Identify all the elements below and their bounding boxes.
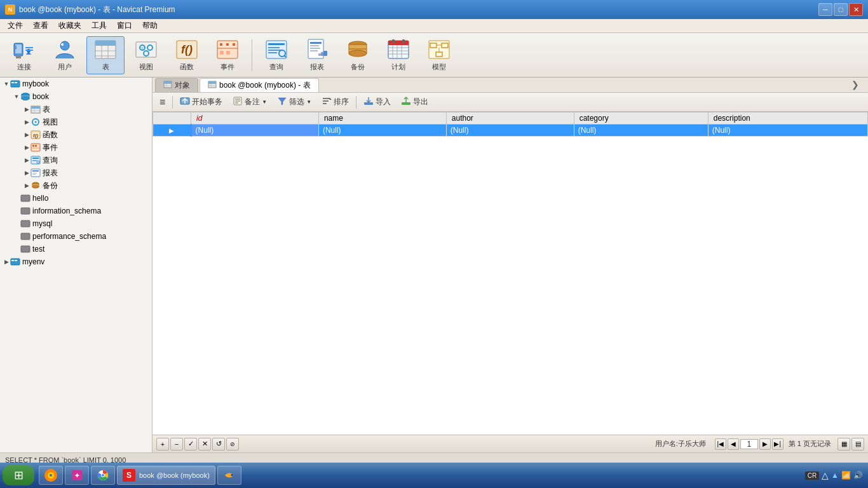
data-grid: id name author category description ▶ (N… (153, 112, 868, 435)
maximize-button[interactable]: □ (834, 3, 848, 16)
delete-record-button[interactable]: − (170, 438, 183, 451)
svg-point-125 (50, 474, 52, 477)
save-record-button[interactable]: ✓ (184, 438, 197, 451)
tool-user[interactable]: 用户 (46, 36, 84, 74)
tree-item-backups[interactable]: ▶ 备份 (0, 179, 152, 192)
svg-rect-97 (21, 208, 30, 214)
events-label: 事件 (43, 142, 58, 153)
event-label: 事件 (220, 62, 234, 72)
taskbar-app-chrome[interactable] (91, 466, 115, 485)
tree-item-mybook[interactable]: ▼ mybook (0, 78, 152, 90)
tree-item-information-schema[interactable]: information_schema (0, 205, 152, 217)
cell-name-1[interactable]: (Null) (318, 125, 446, 137)
close-button[interactable]: ✕ (849, 3, 863, 16)
svg-rect-68 (11, 82, 14, 83)
tray-up-icon[interactable]: △ (822, 470, 829, 480)
tree-item-mysql[interactable]: mysql (0, 217, 152, 230)
add-record-button[interactable]: + (156, 438, 169, 451)
taskbar-app-firefox[interactable] (39, 466, 63, 485)
refresh-button[interactable]: ↺ (212, 438, 225, 451)
tb-sort-btn[interactable]: 排序 (317, 95, 353, 110)
connect-icon: 👤 (13, 38, 36, 61)
tree-item-queries[interactable]: ▶ 查询 (0, 154, 152, 166)
tree-arrow-reports: ▶ (23, 169, 31, 177)
view-icon: OO (135, 38, 158, 61)
tb-import-btn[interactable]: 导入 (359, 95, 395, 110)
grid-view-button[interactable]: ▦ (837, 438, 850, 451)
tool-schedule[interactable]: 计划 (379, 36, 417, 74)
cell-description-1[interactable]: (Null) (708, 125, 867, 137)
tb-menu-btn[interactable]: ≡ (155, 95, 170, 110)
menu-tools[interactable]: 工具 (86, 19, 112, 32)
tab-right-button[interactable]: ❯ (848, 77, 863, 92)
taskbar-app-navicat[interactable]: S book @book (mybook) (117, 466, 215, 485)
backup-icon (346, 38, 369, 61)
menu-favorites[interactable]: 收藏夹 (53, 19, 86, 32)
col-header-id[interactable]: id (191, 112, 319, 125)
tree-arrow-queries: ▶ (23, 156, 31, 164)
tree-item-functions[interactable]: ▶ f() 函数 (0, 128, 152, 141)
table-header-row: id name author category description (153, 112, 868, 125)
start-button[interactable]: ⊞ (3, 465, 34, 485)
tree-item-myenv[interactable]: ▶ myenv (0, 255, 152, 268)
svg-rect-101 (11, 259, 20, 265)
col-header-author[interactable]: author (446, 112, 574, 125)
tab-book-table[interactable]: book @book (mybook) - 表 (200, 78, 319, 92)
tb-transaction-btn[interactable]: 开始事务 (175, 95, 227, 110)
tree-item-book[interactable]: ▼ book (0, 90, 152, 103)
tb-filter-btn[interactable]: 筛选 ▼ (273, 95, 316, 110)
tool-report[interactable]: 报表 (298, 36, 336, 74)
menu-view[interactable]: 查看 (28, 19, 53, 32)
taskbar-app-fish[interactable] (217, 466, 241, 485)
tb-export-btn[interactable]: 导出 (397, 95, 433, 110)
tool-query[interactable]: 查询 (257, 36, 295, 74)
svg-rect-86 (32, 158, 39, 159)
discard-record-button[interactable]: ✕ (198, 438, 211, 451)
cell-category-1[interactable]: (Null) (574, 125, 708, 137)
col-header-category[interactable]: category (574, 112, 708, 125)
tool-func[interactable]: f() 函数 (168, 36, 206, 74)
first-page-button[interactable]: |◀ (715, 438, 726, 450)
cell-id-1[interactable]: (Null) (191, 125, 319, 137)
svg-point-10 (60, 41, 69, 50)
svg-rect-87 (32, 160, 37, 161)
tab-objects[interactable]: 对象 (155, 78, 198, 92)
form-view-button[interactable]: ▤ (851, 438, 864, 451)
note-icon (233, 96, 243, 108)
tree-item-views[interactable]: ▶ 视图 (0, 116, 152, 128)
tool-event[interactable]: 事件 (208, 36, 247, 74)
tb-note-btn[interactable]: 备注 ▼ (228, 95, 271, 110)
tree-item-events[interactable]: ▶ 事件 (0, 141, 152, 154)
tool-model[interactable]: 模型 (420, 36, 458, 74)
taskbar-app-misc[interactable]: ✦ (65, 466, 89, 485)
minimize-button[interactable]: ─ (818, 3, 832, 16)
last-page-button[interactable]: ▶| (772, 438, 783, 450)
tree-item-tables[interactable]: ▶ 表 (0, 103, 152, 116)
tree-item-reports[interactable]: ▶ 报表 (0, 166, 152, 179)
tool-backup[interactable]: 备份 (339, 36, 377, 74)
menu-help[interactable]: 帮助 (137, 19, 163, 32)
tool-view[interactable]: OO 视图 (127, 36, 165, 74)
table-row[interactable]: ▶ (Null) (Null) (Null) (Null) (Null) (153, 125, 868, 137)
svg-rect-4 (15, 46, 17, 46)
col-header-description[interactable]: description (708, 112, 867, 125)
row-indicator-header (153, 112, 191, 125)
next-page-button[interactable]: ▶ (759, 438, 771, 450)
prev-page-button[interactable]: ◀ (728, 438, 739, 450)
page-number[interactable]: 1 (740, 439, 758, 449)
views-icon (31, 117, 41, 127)
tool-connect[interactable]: 👤 连接 (5, 36, 43, 74)
tree-item-performance-schema[interactable]: performance_schema (0, 230, 152, 243)
stop-button[interactable]: ⊘ (226, 438, 239, 451)
svg-rect-30 (220, 51, 224, 55)
col-header-name[interactable]: name (318, 112, 446, 125)
tree-item-hello[interactable]: hello (0, 192, 152, 205)
tool-table[interactable]: 表 (86, 36, 125, 74)
tree-arrow-views: ▶ (23, 118, 31, 126)
svg-point-130 (102, 474, 104, 477)
menu-file[interactable]: 文件 (3, 19, 28, 32)
cell-author-1[interactable]: (Null) (446, 125, 574, 137)
tree-item-test[interactable]: test (0, 243, 152, 255)
menu-window[interactable]: 窗口 (112, 19, 137, 32)
report-label: 报表 (310, 62, 324, 72)
